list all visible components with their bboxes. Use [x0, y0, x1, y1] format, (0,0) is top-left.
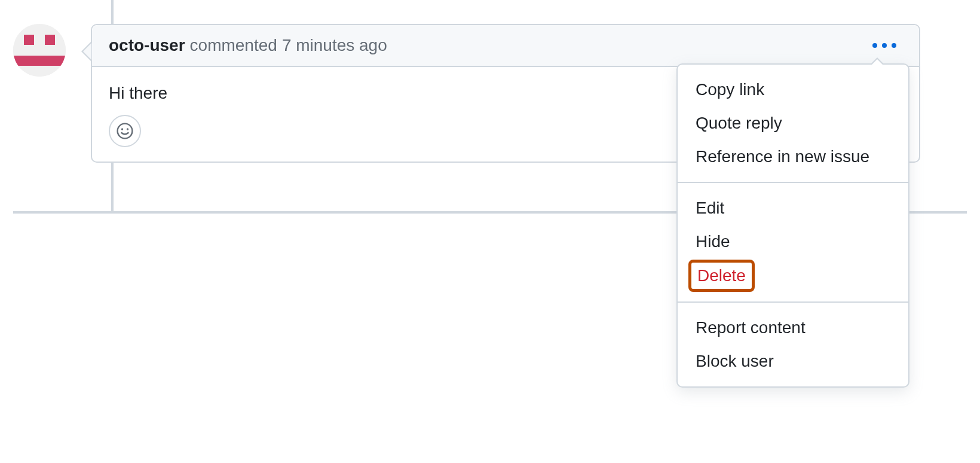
delete-highlight: Delete	[688, 260, 755, 292]
avatar-identicon	[13, 24, 66, 77]
kebab-menu-button[interactable]	[866, 37, 902, 54]
comment-action-text: commented	[190, 36, 277, 55]
dropdown-caret	[870, 57, 884, 65]
comment-caret	[81, 42, 91, 61]
kebab-dot-icon	[872, 43, 877, 48]
menu-delete[interactable]: Delete	[697, 266, 746, 285]
comment-timestamp[interactable]: 7 minutes ago	[282, 36, 387, 55]
svg-point-1	[121, 128, 123, 130]
menu-block-user[interactable]: Block user	[678, 345, 908, 378]
menu-edit[interactable]: Edit	[678, 191, 908, 225]
kebab-dot-icon	[892, 43, 896, 48]
comment-header: octo-user commented 7 minutes ago	[92, 25, 919, 67]
menu-group-2: Edit Hide Delete	[678, 183, 908, 301]
menu-group-3: Report content Block user	[678, 303, 908, 386]
comment-actions-menu: Copy link Quote reply Reference in new i…	[676, 63, 909, 388]
menu-hide[interactable]: Hide	[678, 225, 908, 258]
svg-point-0	[118, 124, 133, 139]
smiley-icon	[116, 122, 134, 140]
menu-reference-new-issue[interactable]: Reference in new issue	[678, 140, 908, 173]
comment-header-meta: octo-user commented 7 minutes ago	[109, 36, 387, 55]
add-reaction-button[interactable]	[109, 115, 141, 147]
menu-report-content[interactable]: Report content	[678, 311, 908, 345]
kebab-dot-icon	[882, 43, 887, 48]
user-avatar[interactable]	[13, 24, 66, 77]
menu-quote-reply[interactable]: Quote reply	[678, 106, 908, 140]
svg-point-2	[127, 128, 128, 130]
menu-group-1: Copy link Quote reply Reference in new i…	[678, 65, 908, 182]
comment-author[interactable]: octo-user	[109, 36, 185, 55]
comment-text: Hi there	[109, 84, 167, 102]
menu-copy-link[interactable]: Copy link	[678, 73, 908, 106]
